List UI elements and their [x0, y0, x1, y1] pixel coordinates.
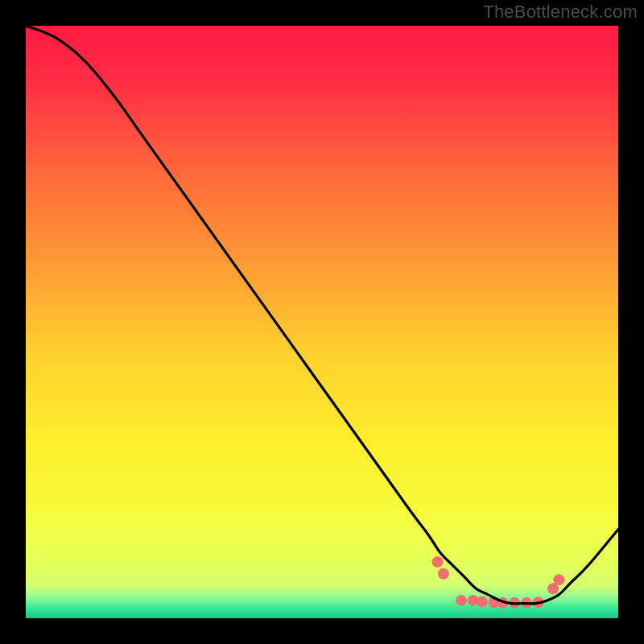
data-marker	[553, 574, 564, 585]
plot-area	[26, 26, 618, 618]
data-marker	[456, 595, 467, 606]
chart-frame: TheBottleneck.com	[0, 0, 644, 644]
data-marker	[438, 568, 449, 580]
watermark-text: TheBottleneck.com	[483, 2, 638, 23]
data-marker	[432, 556, 444, 568]
curve-layer	[26, 26, 618, 618]
data-marker	[477, 596, 488, 607]
bottleneck-curve	[26, 26, 618, 604]
